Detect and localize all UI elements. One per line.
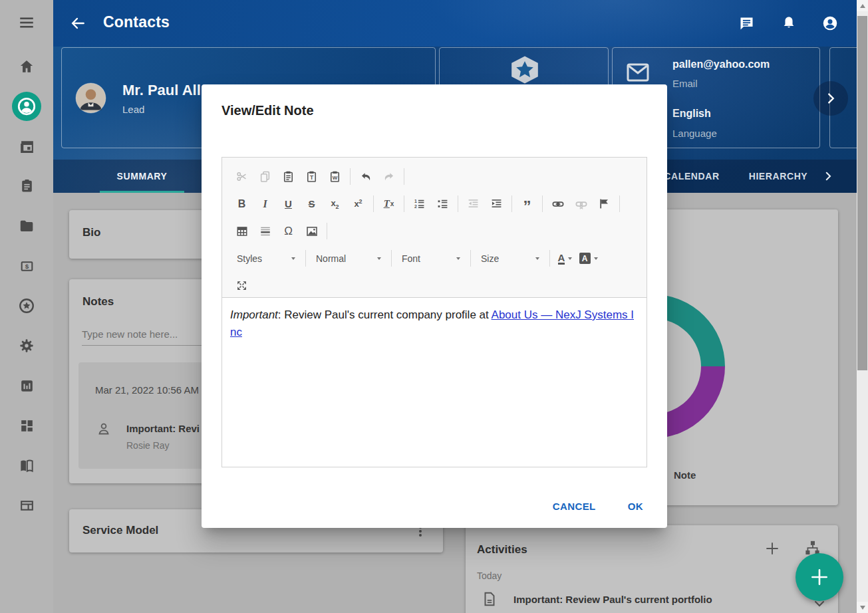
bulleted-list-icon[interactable] — [431, 195, 454, 213]
tab-summary[interactable]: SUMMARY — [100, 160, 184, 193]
toolbar-row-insert: Ω — [230, 217, 639, 245]
email-label: Email — [672, 78, 698, 89]
link-icon[interactable] — [546, 195, 569, 213]
bio-title: Bio — [82, 226, 100, 239]
accounts-card-icon[interactable] — [0, 491, 53, 520]
avatar — [75, 82, 106, 116]
decrease-indent-icon[interactable] — [462, 195, 485, 213]
toolbar-row-styles: Styles Normal Font Size A A — [230, 245, 639, 272]
chat-icon[interactable] — [735, 12, 758, 35]
view-edit-note-dialog: View/Edit Note T — [202, 84, 667, 528]
chart-legend-note: Note — [674, 469, 696, 481]
numbered-list-icon[interactable]: 12 — [408, 195, 431, 213]
scroll-up-icon[interactable] — [857, 0, 868, 11]
font-dropdown[interactable]: Font — [395, 253, 467, 264]
insert-table-icon[interactable] — [230, 223, 253, 240]
tab-hierarchy[interactable]: HIERARCHY — [742, 160, 815, 193]
redo-icon[interactable] — [377, 168, 400, 185]
reports-chart-icon[interactable] — [0, 371, 53, 400]
language-label: Language — [672, 128, 717, 139]
note-body-text: : Review Paul's current company profile … — [278, 308, 492, 321]
app-header: Contacts — [53, 0, 857, 47]
tasks-icon[interactable] — [0, 171, 53, 200]
copy-icon[interactable] — [253, 168, 277, 185]
contacts-active-icon — [12, 92, 41, 121]
cut-icon[interactable] — [230, 168, 253, 185]
background-color-icon[interactable]: A — [577, 250, 600, 267]
activity-doc-icon — [481, 590, 498, 610]
activities-title: Activities — [477, 543, 527, 556]
note-word-italic: Important — [230, 308, 278, 321]
horizontal-line-icon[interactable] — [253, 223, 277, 240]
superscript-icon[interactable]: x2 — [347, 195, 370, 213]
scroll-down-icon[interactable] — [857, 602, 868, 613]
contact-language: English — [672, 108, 711, 120]
unlink-icon[interactable] — [569, 195, 593, 213]
paste-plain-text-icon[interactable]: T — [300, 168, 323, 185]
toolbar-row-format: B I U S x2 x2 Tx 12 — [230, 190, 639, 217]
tabs-overflow-chevron-icon[interactable] — [818, 160, 838, 193]
svg-text:2: 2 — [414, 204, 417, 209]
calendar-icon[interactable] — [0, 132, 53, 161]
svg-text:$: $ — [25, 263, 29, 270]
dialog-actions: CANCEL OK — [551, 497, 645, 516]
service-model-title: Service Model — [82, 524, 158, 537]
cancel-button[interactable]: CANCEL — [551, 497, 597, 516]
activities-group-label: Today — [477, 570, 502, 581]
paste-from-word-icon[interactable]: W — [323, 168, 347, 185]
svg-text:T: T — [310, 174, 314, 181]
hero-next-button[interactable] — [813, 81, 848, 116]
activity-item[interactable]: Important: Review Paul's current portfol… — [513, 594, 712, 605]
note-preview: Important: Revi — [126, 423, 200, 434]
email-icon — [626, 62, 650, 85]
blockquote-icon[interactable]: ” — [515, 195, 539, 213]
home-icon[interactable] — [0, 52, 53, 81]
menu-icon[interactable] — [0, 8, 53, 37]
paste-icon[interactable] — [277, 168, 300, 185]
contact-email[interactable]: pallen@yahoo.com — [672, 59, 770, 70]
increase-indent-icon[interactable] — [485, 195, 508, 213]
page-scrollbar[interactable] — [857, 0, 868, 613]
contact-role: Lead — [122, 104, 144, 115]
documents-folder-icon[interactable] — [0, 211, 53, 241]
styles-dropdown[interactable]: Styles — [230, 253, 302, 264]
dashboard-icon[interactable] — [0, 411, 53, 440]
directory-book-icon[interactable] — [0, 451, 53, 481]
svg-text:W: W — [333, 175, 338, 181]
anchor-flag-icon[interactable] — [593, 195, 616, 213]
account-icon[interactable] — [819, 12, 841, 35]
scrollbar-thumb[interactable] — [857, 16, 867, 370]
fab-add-button[interactable] — [796, 553, 843, 601]
insert-image-icon[interactable] — [300, 223, 323, 240]
remove-format-icon[interactable]: Tx — [377, 195, 400, 213]
italic-icon[interactable]: I — [253, 195, 277, 213]
sidebar-item-contacts[interactable] — [0, 92, 53, 121]
settings-gear-icon[interactable] — [0, 331, 53, 360]
text-color-icon[interactable]: A — [553, 250, 577, 267]
underline-icon[interactable]: U — [277, 195, 300, 213]
expand-more-chevron-icon[interactable] — [811, 598, 827, 613]
rich-text-editor: T W B I — [221, 157, 647, 467]
note-author-icon — [96, 421, 112, 439]
size-dropdown[interactable]: Size — [474, 253, 546, 264]
note-author: Rosie Ray — [126, 440, 170, 451]
toolbar-row-clipboard: T W — [230, 163, 639, 190]
special-char-icon[interactable]: Ω — [277, 223, 300, 240]
bold-icon[interactable]: B — [230, 195, 253, 213]
editor-content[interactable]: Important: Review Paul's current company… — [222, 299, 647, 467]
add-activity-icon[interactable] — [764, 540, 781, 560]
notifications-bell-icon[interactable] — [778, 12, 800, 35]
dialog-title: View/Edit Note — [221, 103, 314, 118]
ok-button[interactable]: OK — [627, 497, 645, 516]
maximize-icon[interactable] — [230, 277, 253, 295]
notes-title: Notes — [82, 295, 114, 308]
format-dropdown[interactable]: Normal — [309, 253, 388, 264]
editor-toolbar: T W B I — [222, 158, 647, 298]
note-date: Mar 21, 2022 10:56 AM — [95, 384, 199, 396]
billing-icon[interactable]: $ — [0, 251, 53, 281]
undo-icon[interactable] — [354, 168, 377, 185]
back-arrow-icon[interactable] — [67, 12, 89, 35]
subscript-icon[interactable]: x2 — [323, 195, 347, 213]
favorites-icon[interactable] — [0, 291, 53, 320]
strikethrough-icon[interactable]: S — [300, 195, 323, 213]
